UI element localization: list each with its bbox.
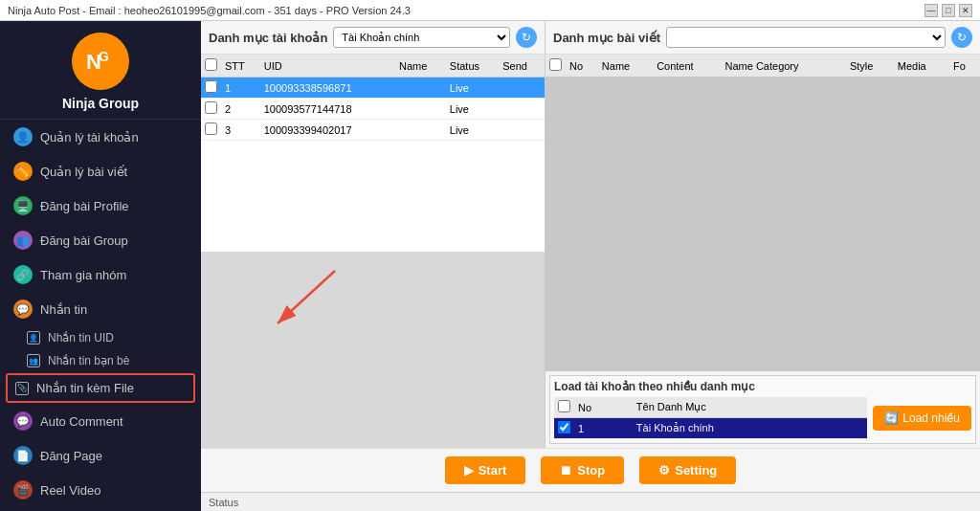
- left-table-container: STT UID Name Status Send 1 1000933385968…: [201, 55, 545, 252]
- load-row-checkbox[interactable]: [558, 421, 570, 433]
- arrow-annotation: [258, 261, 354, 338]
- friend-icon: 👥: [27, 354, 40, 367]
- post-category-select[interactable]: [666, 27, 946, 48]
- load-table-row[interactable]: 1 Tài Khoản chính: [554, 418, 867, 439]
- sidebar-label: Quản lý tài khoản: [40, 130, 139, 144]
- panels-row: Danh mục tài khoản Tài Khoản chính ↻ STT…: [201, 21, 980, 448]
- left-refresh-button[interactable]: ↻: [516, 27, 537, 48]
- sub-label: Nhắn tin bạn bè: [48, 354, 129, 367]
- sub-label: Nhắn tin UID: [48, 331, 114, 344]
- load-section-title: Load tài khoản theo nhiều danh mục: [554, 380, 971, 393]
- table-header-row: STT UID Name Status Send: [201, 55, 545, 78]
- reel-icon: 🎬: [13, 480, 33, 500]
- load-row-name: Tài Khoản chính: [633, 418, 867, 439]
- select-all-checkbox[interactable]: [205, 58, 217, 71]
- start-label: Start: [479, 463, 507, 478]
- load-table-header: No Tên Danh Mục: [554, 397, 867, 418]
- load-btn-label: Load nhiều: [902, 411, 960, 425]
- sidebar-sub-nhan-tin-uid[interactable]: 👤 Nhắn tin UID: [0, 326, 201, 349]
- maximize-button[interactable]: □: [942, 4, 955, 17]
- sidebar-sub-nhan-tin-ban-be[interactable]: 👥 Nhắn tin bạn bè: [0, 349, 201, 372]
- start-button[interactable]: ▶ Start: [445, 456, 526, 484]
- col-name-category: Name Category: [722, 55, 846, 78]
- row-status: Live: [446, 78, 499, 99]
- row-send: [499, 120, 545, 141]
- sidebar-logo: N G Ninja Group: [0, 21, 201, 120]
- sidebar-item-quan-ly-tai-khoan[interactable]: 👤 Quản lý tài khoản: [0, 120, 201, 154]
- load-section: Load tài khoản theo nhiều danh mục No Tê…: [549, 375, 976, 444]
- table-row[interactable]: 3 100093399402017 Live: [201, 120, 545, 141]
- stop-icon: ⏹: [560, 463, 572, 478]
- load-table-body: 1 Tài Khoản chính: [554, 418, 867, 439]
- col-name: Name: [395, 55, 446, 78]
- load-table: No Tên Danh Mục 1 Tài Khoản chính: [554, 397, 867, 439]
- col-fo: Fo: [949, 55, 980, 78]
- load-col-no: No: [574, 397, 633, 418]
- start-icon: ▶: [464, 463, 474, 478]
- row-checkbox[interactable]: [205, 101, 217, 114]
- post-select-all[interactable]: [549, 58, 562, 71]
- setting-button[interactable]: ⚙ Setting: [639, 456, 736, 484]
- minimize-button[interactable]: —: [924, 4, 938, 17]
- auto-comment-icon: 💬: [13, 411, 33, 431]
- row-checkbox[interactable]: [205, 80, 217, 93]
- load-nhieu-button[interactable]: 🔄 Load nhiều: [873, 406, 971, 431]
- account-category-select[interactable]: Tài Khoản chính: [333, 27, 510, 48]
- sidebar-sub-nhan-tin-kem-file[interactable]: 📎 Nhắn tin kèm File: [6, 373, 195, 403]
- account-icon: 👤: [13, 127, 33, 146]
- sidebar-item-nhan-tin[interactable]: 💬 Nhắn tin: [0, 292, 201, 326]
- group-post-icon: 👥: [13, 231, 33, 250]
- message-icon: 💬: [13, 300, 33, 319]
- sidebar-item-reel-video[interactable]: 🎬 Reel Video: [0, 473, 201, 507]
- title-bar-controls: — □ ✕: [924, 4, 972, 17]
- sidebar-label: Auto Comment: [40, 414, 123, 429]
- load-col-name: Tên Danh Mục: [633, 397, 867, 418]
- svg-text:G: G: [99, 49, 109, 64]
- app-body: N G Ninja Group 👤 Quản lý tài khoản ✏️ Q…: [0, 21, 980, 511]
- title-bar-text: Ninja Auto Post - Email : heoheo26101995…: [8, 5, 411, 16]
- post-icon: ✏️: [13, 162, 33, 181]
- col-checkbox: [201, 55, 221, 78]
- left-panel-title: Danh mục tài khoản: [209, 31, 327, 45]
- sidebar: N G Ninja Group 👤 Quản lý tài khoản ✏️ Q…: [0, 21, 201, 511]
- account-table-body: 1 100093338596871 Live 2 100093577144718…: [201, 78, 545, 141]
- sidebar-item-dang-page[interactable]: 📄 Đăng Page: [0, 438, 201, 473]
- bottom-controls: ▶ Start ⏹ Stop ⚙ Setting: [201, 448, 980, 492]
- col-content: Content: [653, 55, 721, 78]
- load-inner: No Tên Danh Mục 1 Tài Khoản chính 🔄: [554, 397, 971, 439]
- col-style: Style: [846, 55, 894, 78]
- sidebar-item-page-profile[interactable]: 👤 Page Profile: [0, 507, 201, 511]
- col-no: No: [566, 55, 598, 78]
- stop-button[interactable]: ⏹ Stop: [541, 456, 624, 484]
- sidebar-label: Đăng bài Group: [40, 233, 128, 248]
- row-checkbox[interactable]: [205, 122, 217, 135]
- sidebar-label: Đăng Page: [40, 449, 102, 463]
- load-row-check: [554, 418, 574, 439]
- logo-icon: N G: [72, 33, 129, 90]
- sidebar-item-tham-gia-nhom[interactable]: 🔗 Tham gia nhóm: [0, 257, 201, 292]
- uid-icon: 👤: [27, 331, 40, 344]
- left-gray-area: [201, 252, 545, 449]
- col-check: [546, 55, 566, 78]
- load-select-all[interactable]: [558, 400, 570, 412]
- sub-label: Nhắn tin kèm File: [36, 381, 134, 395]
- right-refresh-button[interactable]: ↻: [951, 27, 972, 48]
- left-panel: Danh mục tài khoản Tài Khoản chính ↻ STT…: [201, 21, 546, 448]
- row-uid: 100093577144718: [260, 99, 395, 120]
- svg-line-3: [278, 271, 335, 323]
- sidebar-item-dang-bai-profile[interactable]: 🖥️ Đăng bài Profile: [0, 189, 201, 223]
- content-area: Danh mục tài khoản Tài Khoản chính ↻ STT…: [201, 21, 980, 511]
- sidebar-item-quan-ly-bai-viet[interactable]: ✏️ Quản lý bài viết: [0, 154, 201, 189]
- row-stt: 3: [221, 120, 260, 141]
- page-icon: 📄: [13, 446, 33, 465]
- profile-post-icon: 🖥️: [13, 196, 33, 215]
- table-row[interactable]: 1 100093338596871 Live: [201, 78, 545, 99]
- close-button[interactable]: ✕: [959, 4, 972, 17]
- title-bar: Ninja Auto Post - Email : heoheo26101995…: [0, 0, 980, 21]
- sidebar-item-dang-bai-group[interactable]: 👥 Đăng bài Group: [0, 223, 201, 257]
- table-row[interactable]: 2 100093577144718 Live: [201, 99, 545, 120]
- sidebar-item-auto-comment[interactable]: 💬 Auto Comment: [0, 404, 201, 438]
- col-name: Name: [598, 55, 653, 78]
- row-status: Live: [446, 99, 499, 120]
- sidebar-label: Quản lý bài viết: [40, 165, 127, 179]
